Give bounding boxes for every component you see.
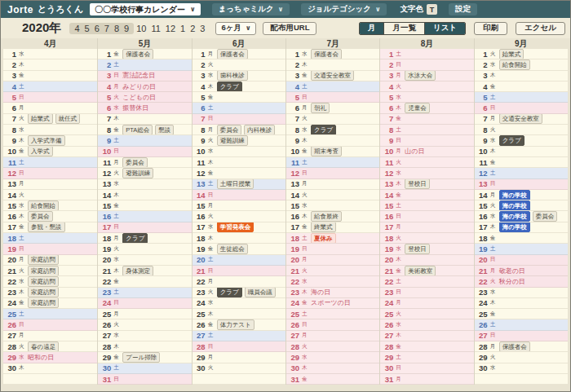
day-row[interactable]: 9水クラブ — [475, 135, 568, 146]
event-badge[interactable]: 交通安全教室 — [499, 114, 542, 125]
day-row[interactable]: 24水 — [193, 298, 286, 309]
day-row[interactable]: 18土 — [3, 233, 97, 244]
day-row[interactable]: 21火 — [286, 266, 379, 276]
day-row[interactable]: 11土 — [286, 157, 379, 168]
day-row[interactable]: 14金 — [380, 190, 473, 200]
day-row[interactable]: 5日 — [286, 92, 379, 103]
day-row[interactable]: 24金スポーツの日 — [286, 298, 379, 309]
day-row[interactable]: 2土 — [98, 59, 191, 70]
day-row[interactable]: 28金 — [380, 341, 473, 352]
day-row[interactable]: 6土 — [193, 103, 286, 113]
day-row[interactable]: 23木家庭訪問 — [3, 288, 97, 298]
day-row[interactable]: 14火 — [286, 190, 379, 200]
day-row[interactable]: 21木身体測定 — [98, 266, 191, 276]
day-row[interactable]: 3水歯科検診 — [193, 71, 286, 81]
day-row[interactable]: 28火 — [286, 341, 379, 352]
day-row[interactable]: 18金 — [475, 233, 568, 244]
day-row[interactable]: 16土 — [98, 211, 191, 222]
day-row[interactable]: 7火始業式就任式 — [3, 114, 97, 125]
event-badge[interactable]: 家庭訪問 — [28, 266, 59, 276]
day-row[interactable]: 5金 — [193, 92, 286, 103]
event-badge[interactable]: 入学式準備 — [28, 135, 65, 146]
day-row[interactable]: 27日 — [475, 331, 568, 341]
day-row[interactable]: 7火 — [286, 114, 379, 125]
day-row[interactable]: 5水 — [380, 92, 473, 103]
day-row[interactable]: 30水 — [475, 363, 568, 374]
event-badge[interactable]: 保護者会 — [122, 49, 153, 59]
day-row[interactable]: 2日 — [380, 59, 473, 70]
day-row[interactable]: 29金プール掃除 — [98, 352, 191, 363]
day-row[interactable]: 11土 — [3, 157, 97, 168]
day-row[interactable]: 24月 — [380, 298, 473, 309]
day-row[interactable]: 4火 — [380, 81, 473, 92]
day-row[interactable]: 22火秋分の日 — [475, 276, 568, 287]
day-row[interactable]: 10水 — [193, 147, 286, 157]
day-row[interactable]: 26日 — [286, 319, 379, 330]
event-badge[interactable]: 懇談 — [155, 125, 174, 135]
event-badge[interactable]: 給食最終 — [311, 211, 342, 222]
day-row[interactable]: 1月保護者会 — [193, 49, 286, 59]
print-button[interactable]: 印刷 — [474, 22, 507, 35]
day-row[interactable]: 4土 — [3, 81, 97, 92]
day-row[interactable]: 20土 — [193, 255, 286, 266]
event-badge[interactable]: 委員会 — [122, 157, 148, 168]
day-row[interactable]: 5日 — [3, 92, 97, 103]
event-badge[interactable]: 水泳大会 — [405, 71, 436, 81]
event-badge[interactable]: 体力テスト — [217, 319, 255, 330]
distribution-url-button[interactable]: 配布用URL — [263, 22, 316, 35]
event-badge[interactable]: 保護者会 — [311, 49, 342, 59]
day-row[interactable]: 13水 — [98, 179, 191, 190]
day-row[interactable]: 13月 — [286, 179, 379, 190]
day-row[interactable]: 3木 — [475, 71, 568, 81]
day-row[interactable]: 18木 — [193, 233, 286, 244]
day-row[interactable]: 22水 — [286, 276, 379, 287]
event-badge[interactable]: 終業式 — [311, 222, 336, 233]
day-row[interactable]: 19日 — [3, 244, 97, 254]
day-row[interactable]: 13月 — [3, 179, 97, 190]
event-badge[interactable]: 委員会 — [533, 211, 558, 222]
day-row[interactable]: 29火 — [475, 352, 568, 363]
day-row[interactable]: 23火クラブ職員会議 — [193, 288, 286, 298]
day-row[interactable]: 4土 — [286, 81, 379, 92]
day-row[interactable]: 11金 — [475, 157, 568, 168]
day-row[interactable]: 25木 — [193, 309, 286, 319]
day-row[interactable]: 26土 — [475, 319, 568, 330]
event-badge[interactable]: 就任式 — [55, 114, 81, 125]
day-row[interactable]: 2木 — [3, 59, 97, 70]
day-row[interactable]: 28日 — [193, 341, 286, 352]
event-badge[interactable]: 海の学校 — [499, 200, 530, 211]
settings-button[interactable]: 設定 — [449, 3, 477, 15]
event-badge[interactable]: 家庭訪問 — [28, 276, 59, 287]
day-row[interactable]: 17金終業式 — [286, 222, 379, 233]
event-badge[interactable]: 委員会 — [217, 125, 242, 135]
view-list-button[interactable]: リスト — [425, 23, 465, 34]
day-row[interactable]: 25土 — [3, 309, 97, 319]
day-row[interactable]: 24金家庭訪問 — [3, 298, 97, 309]
day-row[interactable]: 19火 — [98, 244, 191, 254]
day-row[interactable]: 5土 — [475, 92, 568, 103]
day-row[interactable]: 23日 — [380, 288, 473, 298]
day-row[interactable]: 9日 — [380, 135, 473, 146]
event-badge[interactable]: クラブ — [122, 233, 148, 244]
day-row[interactable]: 23水 — [475, 288, 568, 298]
day-row[interactable]: 19土 — [475, 244, 568, 254]
day-row[interactable]: 21日 — [193, 266, 286, 276]
day-row[interactable]: 9火避難訓練 — [193, 135, 286, 146]
event-badge[interactable]: 避難訓練 — [217, 135, 248, 146]
day-row[interactable]: 12金 — [193, 168, 286, 178]
event-badge[interactable]: 学習発表会 — [217, 222, 255, 233]
period-select[interactable]: 6ヶ月 ∨ — [215, 22, 256, 35]
day-row[interactable]: 16日 — [380, 211, 473, 222]
event-badge[interactable]: 始業式 — [28, 114, 53, 125]
view-month-button[interactable]: 月 — [360, 23, 384, 34]
event-badge[interactable]: 海の学校 — [499, 211, 530, 222]
event-badge[interactable]: クラブ — [217, 81, 242, 92]
day-row[interactable]: 20日 — [475, 255, 568, 266]
day-row[interactable]: 11火 — [380, 157, 473, 168]
day-row[interactable]: 15金 — [98, 200, 191, 211]
event-badge[interactable]: 朝礼 — [311, 103, 330, 113]
day-row[interactable]: 4木クラブ — [193, 81, 286, 92]
day-row[interactable]: 26水 — [380, 319, 473, 330]
month-number-3[interactable]: 3 — [197, 24, 207, 33]
day-row[interactable]: 25月 — [98, 309, 191, 319]
